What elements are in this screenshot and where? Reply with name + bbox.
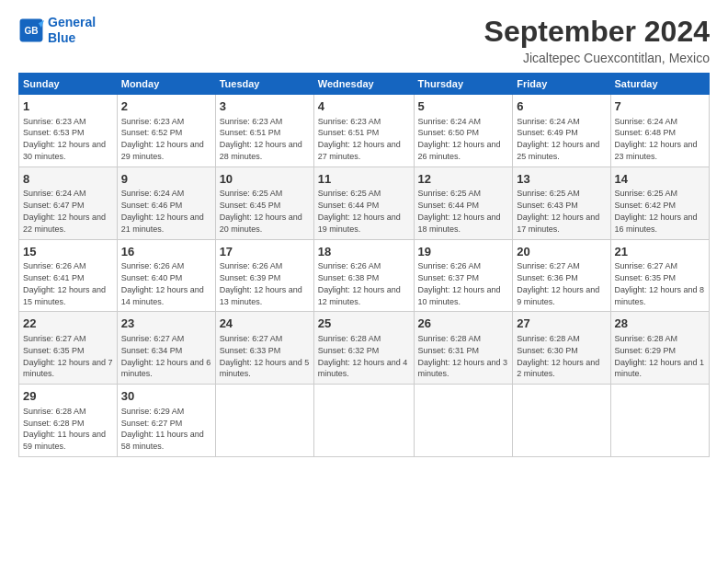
day-info: Sunrise: 6:27 AMSunset: 6:33 PMDaylight:… (220, 334, 310, 378)
calendar-cell: 18 Sunrise: 6:26 AMSunset: 6:38 PMDaylig… (313, 239, 414, 312)
calendar-cell: 8 Sunrise: 6:24 AMSunset: 6:47 PMDayligh… (19, 167, 118, 239)
calendar-cell: 29 Sunrise: 6:28 AMSunset: 6:28 PMDaylig… (19, 385, 118, 457)
calendar-week-2: 8 Sunrise: 6:24 AMSunset: 6:47 PMDayligh… (19, 167, 710, 239)
day-number: 17 (220, 244, 310, 260)
day-number: 4 (318, 98, 410, 115)
calendar-week-4: 22 Sunrise: 6:27 AMSunset: 6:35 PMDaylig… (19, 312, 710, 385)
calendar-cell: 19 Sunrise: 6:26 AMSunset: 6:37 PMDaylig… (414, 239, 513, 312)
day-number: 21 (615, 244, 705, 260)
day-number: 22 (23, 316, 113, 332)
day-number: 16 (121, 244, 211, 260)
logo-line2: Blue (48, 30, 75, 45)
svg-text:GB: GB (24, 26, 38, 36)
calendar-cell (414, 385, 513, 457)
calendar-cell: 9 Sunrise: 6:24 AMSunset: 6:46 PMDayligh… (117, 167, 215, 239)
calendar-cell: 28 Sunrise: 6:28 AMSunset: 6:29 PMDaylig… (610, 312, 709, 385)
day-number: 30 (121, 388, 211, 405)
day-info: Sunrise: 6:25 AMSunset: 6:44 PMDaylight:… (418, 189, 501, 233)
calendar-cell (313, 385, 414, 457)
day-number: 27 (517, 316, 606, 332)
logo-line1: General (48, 15, 96, 29)
calendar-cell: 13 Sunrise: 6:25 AMSunset: 6:43 PMDaylig… (513, 167, 610, 239)
day-number: 15 (23, 244, 113, 260)
calendar-cell: 10 Sunrise: 6:25 AMSunset: 6:45 PMDaylig… (215, 167, 313, 239)
calendar-cell: 20 Sunrise: 6:27 AMSunset: 6:36 PMDaylig… (513, 239, 610, 312)
day-info: Sunrise: 6:24 AMSunset: 6:47 PMDaylight:… (23, 189, 106, 233)
day-number: 24 (220, 316, 310, 332)
calendar-cell: 26 Sunrise: 6:28 AMSunset: 6:31 PMDaylig… (414, 312, 513, 385)
day-number: 26 (418, 316, 509, 332)
day-info: Sunrise: 6:27 AMSunset: 6:34 PMDaylight:… (121, 334, 211, 378)
calendar-cell: 21 Sunrise: 6:27 AMSunset: 6:35 PMDaylig… (610, 239, 709, 312)
day-info: Sunrise: 6:28 AMSunset: 6:31 PMDaylight:… (418, 334, 508, 378)
calendar-cell: 23 Sunrise: 6:27 AMSunset: 6:34 PMDaylig… (117, 312, 215, 385)
calendar-week-1: 1 Sunrise: 6:23 AMSunset: 6:53 PMDayligh… (19, 95, 710, 167)
col-header-monday: Monday (117, 74, 215, 95)
day-info: Sunrise: 6:23 AMSunset: 6:52 PMDaylight:… (121, 117, 204, 161)
calendar-cell: 25 Sunrise: 6:28 AMSunset: 6:32 PMDaylig… (313, 312, 414, 385)
day-info: Sunrise: 6:29 AMSunset: 6:27 PMDaylight:… (121, 407, 204, 451)
day-info: Sunrise: 6:25 AMSunset: 6:42 PMDaylight:… (615, 189, 698, 233)
col-header-saturday: Saturday (610, 74, 709, 95)
day-number: 28 (615, 316, 705, 332)
calendar-cell: 11 Sunrise: 6:25 AMSunset: 6:44 PMDaylig… (313, 167, 414, 239)
logo: GB General Blue (18, 15, 96, 46)
calendar-cell: 22 Sunrise: 6:27 AMSunset: 6:35 PMDaylig… (19, 312, 118, 385)
day-info: Sunrise: 6:25 AMSunset: 6:45 PMDaylight:… (220, 189, 302, 233)
day-number: 29 (23, 388, 113, 405)
day-number: 3 (220, 98, 310, 115)
calendar-cell: 17 Sunrise: 6:26 AMSunset: 6:39 PMDaylig… (215, 239, 313, 312)
day-number: 13 (517, 171, 606, 188)
day-number: 8 (23, 171, 113, 188)
day-info: Sunrise: 6:26 AMSunset: 6:38 PMDaylight:… (318, 261, 401, 305)
day-number: 11 (318, 171, 410, 188)
col-header-wednesday: Wednesday (313, 74, 414, 95)
day-info: Sunrise: 6:24 AMSunset: 6:49 PMDaylight:… (517, 117, 599, 161)
calendar-cell (610, 385, 709, 457)
calendar-header-row: SundayMondayTuesdayWednesdayThursdayFrid… (19, 74, 710, 95)
page-subtitle: Jicaltepec Cuexcontitlan, Mexico (484, 51, 710, 65)
day-info: Sunrise: 6:25 AMSunset: 6:44 PMDaylight:… (318, 189, 401, 233)
calendar-cell: 24 Sunrise: 6:27 AMSunset: 6:33 PMDaylig… (215, 312, 313, 385)
calendar-cell: 1 Sunrise: 6:23 AMSunset: 6:53 PMDayligh… (19, 95, 118, 167)
calendar-cell: 16 Sunrise: 6:26 AMSunset: 6:40 PMDaylig… (117, 239, 215, 312)
day-number: 2 (121, 98, 211, 115)
calendar-week-5: 29 Sunrise: 6:28 AMSunset: 6:28 PMDaylig… (19, 385, 710, 457)
day-info: Sunrise: 6:25 AMSunset: 6:43 PMDaylight:… (517, 189, 599, 233)
day-number: 12 (418, 171, 509, 188)
day-number: 14 (615, 171, 705, 188)
day-info: Sunrise: 6:26 AMSunset: 6:40 PMDaylight:… (121, 261, 204, 305)
day-info: Sunrise: 6:26 AMSunset: 6:37 PMDaylight:… (418, 261, 501, 305)
day-info: Sunrise: 6:24 AMSunset: 6:46 PMDaylight:… (121, 189, 204, 233)
day-number: 19 (418, 244, 509, 260)
calendar-cell: 4 Sunrise: 6:23 AMSunset: 6:51 PMDayligh… (313, 95, 414, 167)
day-info: Sunrise: 6:28 AMSunset: 6:30 PMDaylight:… (517, 334, 599, 378)
calendar-cell: 3 Sunrise: 6:23 AMSunset: 6:51 PMDayligh… (215, 95, 313, 167)
calendar-cell: 15 Sunrise: 6:26 AMSunset: 6:41 PMDaylig… (19, 239, 118, 312)
day-info: Sunrise: 6:28 AMSunset: 6:29 PMDaylight:… (615, 334, 705, 378)
day-number: 6 (517, 98, 606, 115)
calendar-cell: 27 Sunrise: 6:28 AMSunset: 6:30 PMDaylig… (513, 312, 610, 385)
day-number: 20 (517, 244, 606, 260)
day-number: 10 (220, 171, 310, 188)
day-info: Sunrise: 6:23 AMSunset: 6:51 PMDaylight:… (318, 117, 401, 161)
title-block: September 2024 Jicaltepec Cuexcontitlan,… (484, 15, 710, 65)
col-header-thursday: Thursday (414, 74, 513, 95)
day-info: Sunrise: 6:27 AMSunset: 6:36 PMDaylight:… (517, 261, 599, 305)
page-header: GB General Blue September 2024 Jicaltepe… (18, 15, 710, 65)
calendar-cell: 30 Sunrise: 6:29 AMSunset: 6:27 PMDaylig… (117, 385, 215, 457)
day-number: 1 (23, 98, 113, 115)
day-info: Sunrise: 6:28 AMSunset: 6:28 PMDaylight:… (23, 407, 106, 451)
day-info: Sunrise: 6:23 AMSunset: 6:51 PMDaylight:… (220, 117, 302, 161)
calendar-cell (215, 385, 313, 457)
calendar-cell: 6 Sunrise: 6:24 AMSunset: 6:49 PMDayligh… (513, 95, 610, 167)
logo-icon: GB (18, 17, 44, 43)
col-header-friday: Friday (513, 74, 610, 95)
day-number: 23 (121, 316, 211, 332)
calendar-cell: 12 Sunrise: 6:25 AMSunset: 6:44 PMDaylig… (414, 167, 513, 239)
calendar-cell (513, 385, 610, 457)
day-info: Sunrise: 6:23 AMSunset: 6:53 PMDaylight:… (23, 117, 106, 161)
day-number: 25 (318, 316, 410, 332)
day-number: 9 (121, 171, 211, 188)
day-info: Sunrise: 6:24 AMSunset: 6:48 PMDaylight:… (615, 117, 698, 161)
